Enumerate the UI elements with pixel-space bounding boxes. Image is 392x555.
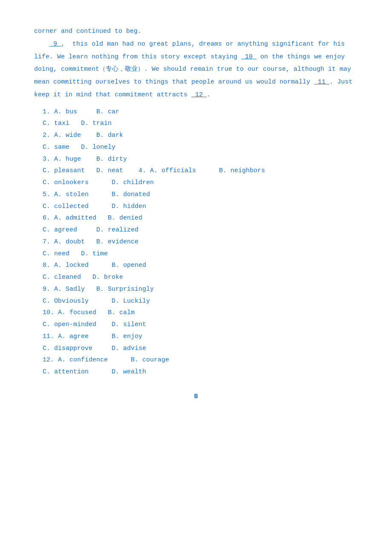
intro-para1-1: 9 , this old man had no great plans, dre… (34, 38, 358, 50)
q8-cd: C. cleaned D. broke (34, 272, 358, 283)
q7-cd-text: C. need D. time (43, 250, 108, 257)
q5-cd: C. collected D. hidden (34, 201, 358, 213)
q5-ab-text: 5. A. stolen B. donated (43, 191, 150, 198)
q12-cd: C. attention D. wealth (34, 366, 358, 378)
q12-ab: 12. A. confidence B. courage (34, 354, 358, 366)
q10-cd: C. open-minded D. silent (34, 319, 358, 331)
q3-cd-q4-ab-text: C. pleasant D. neat 4. A. officials B. n… (43, 167, 265, 174)
q11-ab: 11. A. agree B. enjoy (34, 331, 358, 343)
intro-para1-2: life. We learn nothing from this story e… (34, 51, 358, 63)
q12-ab-text: 12. A. confidence B. courage (43, 356, 169, 364)
q5-cd-text: C. collected D. hidden (43, 203, 146, 210)
content-area: corner and continued to beg. 9 , this ol… (34, 26, 358, 403)
q3-cd-q4-ab: C. pleasant D. neat 4. A. officials B. n… (34, 165, 358, 177)
page-marker: B (34, 391, 358, 403)
q4-cd: C. onlookers D. children (34, 177, 358, 189)
q1-cd: C. taxi D. train (34, 118, 358, 130)
q11-ab-text: 11. A. agree B. enjoy (43, 333, 142, 340)
intro-line1: corner and continued to beg. (34, 26, 358, 38)
intro-para1-3: doing, commitment（专心，敬业）. We should rema… (34, 64, 358, 75)
q1-cd-text: C. taxi D. train (43, 120, 112, 127)
q3-ab-text: 3. A. huge B. dirty (43, 156, 127, 163)
q6-cd-text: C. agreed D. realized (43, 226, 138, 234)
q10-cd-text: C. open-minded D. silent (43, 321, 146, 328)
q1-ab: 1. A. bus B. car (34, 106, 358, 118)
q3-ab: 3. A. huge B. dirty (34, 153, 358, 165)
q10-ab-text: 10. A. focused B. calm (43, 309, 135, 316)
blank-12: 12 (191, 91, 207, 98)
intro-para1-4: mean committing ourselves to things that… (34, 76, 358, 88)
q5-ab: 5. A. stolen B. donated (34, 189, 358, 201)
q9-cd-text: C. Obviously D. Luckily (43, 298, 150, 305)
intro-block: corner and continued to beg. 9 , this ol… (34, 26, 358, 101)
q8-ab: 8. A. locked B. opened (34, 260, 358, 272)
q2-ab-text: 2. A. wide B. dark (43, 132, 123, 139)
q7-ab-text: 7. A. doubt B. evidence (43, 238, 138, 246)
q9-ab-text: 9. A. Sadly B. Surprisingly (43, 286, 154, 293)
q2-cd-text: C. same D. lonely (43, 144, 115, 151)
q7-ab: 7. A. doubt B. evidence (34, 236, 358, 248)
options-section: 1. A. bus B. car C. taxi D. train 2. A. … (34, 106, 358, 378)
q8-ab-text: 8. A. locked B. opened (43, 262, 146, 269)
q6-ab: 6. A. admitted B. denied (34, 212, 358, 224)
q6-cd: C. agreed D. realized (34, 224, 358, 236)
blank-10: 10 (241, 53, 257, 61)
blank-11: 11 (314, 78, 329, 86)
q2-cd: C. same D. lonely (34, 142, 358, 153)
q9-cd: C. Obviously D. Luckily (34, 295, 358, 307)
q9-ab: 9. A. Sadly B. Surprisingly (34, 283, 358, 295)
q4-cd-text: C. onlookers D. children (43, 179, 154, 186)
q11-cd-text: C. disapprove D. advise (43, 345, 146, 352)
q10-ab: 10. A. focused B. calm (34, 307, 358, 319)
blank-9: 9 (49, 40, 61, 48)
q2-ab: 2. A. wide B. dark (34, 130, 358, 142)
q6-ab-text: 6. A. admitted B. denied (43, 214, 142, 222)
q7-cd: C. need D. time (34, 248, 358, 260)
intro-para1-5: keep it in mind that commitment attracts… (34, 89, 358, 101)
q11-cd: C. disapprove D. advise (34, 343, 358, 355)
q8-cd-text: C. cleaned D. broke (43, 274, 123, 281)
q12-cd-text: C. attention D. wealth (43, 368, 146, 376)
q1-num: 1. A. bus B. car (43, 108, 119, 116)
